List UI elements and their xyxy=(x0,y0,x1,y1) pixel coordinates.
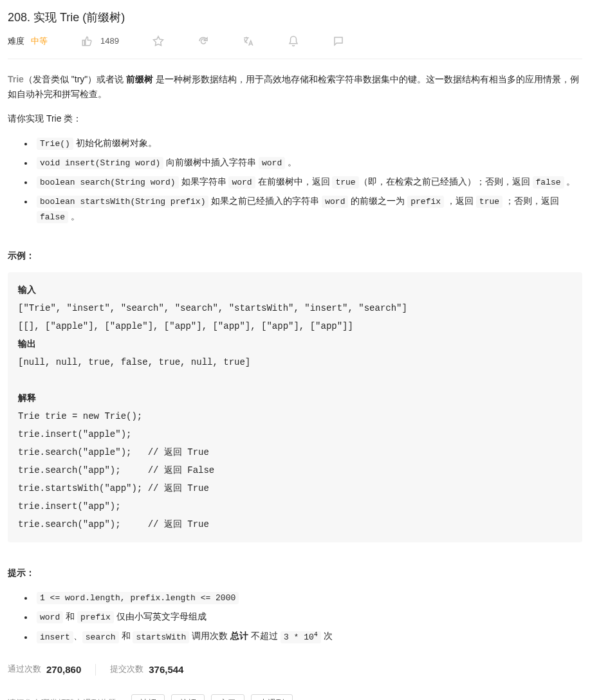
trie-word: Trie xyxy=(8,74,24,84)
hints-list: 1 <= word.length, prefix.length <= 2000 … xyxy=(8,590,582,645)
list-item: boolean search(String word) 如果字符串 word 在… xyxy=(33,174,582,190)
submit-label: 提交次数 xyxy=(110,662,143,676)
translate-icon[interactable] xyxy=(243,35,254,47)
share-icon[interactable] xyxy=(198,35,209,47)
survey-option-campus[interactable]: 校招 xyxy=(171,694,205,700)
difficulty-label: 难度 xyxy=(8,34,24,48)
intro-paragraph: Trie（发音类似 "try"）或者说 前缀树 是一种树形数据结构，用于高效地存… xyxy=(8,72,582,103)
likes-group[interactable]: 1489 xyxy=(81,34,119,48)
survey-row: 请问您在哪类招聘中遇到此题？ 社招 校招 实习 未遇到 xyxy=(8,694,582,700)
submit-count: 提交次数 376,544 xyxy=(110,661,183,678)
difficulty-group: 难度 中等 xyxy=(8,34,48,48)
meta-bar: 难度 中等 1489 xyxy=(8,34,582,59)
pass-label: 通过次数 xyxy=(8,662,41,676)
divider xyxy=(95,664,96,676)
star-icon[interactable] xyxy=(152,35,164,47)
list-item: Trie() 初始化前缀树对象。 xyxy=(33,136,582,151)
example-heading: 示例： xyxy=(8,248,582,264)
hints-heading: 提示： xyxy=(8,566,582,581)
feedback-icon[interactable] xyxy=(333,35,344,47)
method-list: Trie() 初始化前缀树对象。 void insert(String word… xyxy=(8,136,582,225)
survey-option-intern[interactable]: 实习 xyxy=(211,694,244,700)
likes-count: 1489 xyxy=(100,34,119,48)
survey-option-social[interactable]: 社招 xyxy=(131,694,165,700)
stats-bar: 通过次数 270,860 提交次数 376,544 xyxy=(8,661,582,678)
submit-value: 376,544 xyxy=(149,661,183,678)
list-item: void insert(String word) 向前缀树中插入字符串 word… xyxy=(33,155,582,170)
list-item: boolean startsWith(String prefix) 如果之前已经… xyxy=(33,194,582,225)
please-paragraph: 请你实现 Trie 类： xyxy=(8,111,582,127)
survey-option-none[interactable]: 未遇到 xyxy=(251,694,293,700)
example-block: 输入 ["Trie", "insert", "search", "search"… xyxy=(8,272,582,542)
list-item: 1 <= word.length, prefix.length <= 2000 xyxy=(33,590,582,605)
survey-text: 请问您在哪类招聘中遇到此题？ xyxy=(8,696,125,700)
thumbs-up-icon xyxy=(81,35,93,47)
pass-count: 通过次数 270,860 xyxy=(8,661,81,678)
list-item: word 和 prefix 仅由小写英文字母组成 xyxy=(33,609,582,625)
bell-icon[interactable] xyxy=(288,35,299,47)
problem-content: Trie（发音类似 "try"）或者说 前缀树 是一种树形数据结构，用于高效地存… xyxy=(8,72,582,700)
pass-value: 270,860 xyxy=(46,661,81,678)
list-item: insert、search 和 startsWith 调用次数 总计 不超过 3… xyxy=(33,629,582,644)
problem-title: 208. 实现 Trie (前缀树) xyxy=(8,8,582,28)
difficulty-value: 中等 xyxy=(31,34,48,48)
